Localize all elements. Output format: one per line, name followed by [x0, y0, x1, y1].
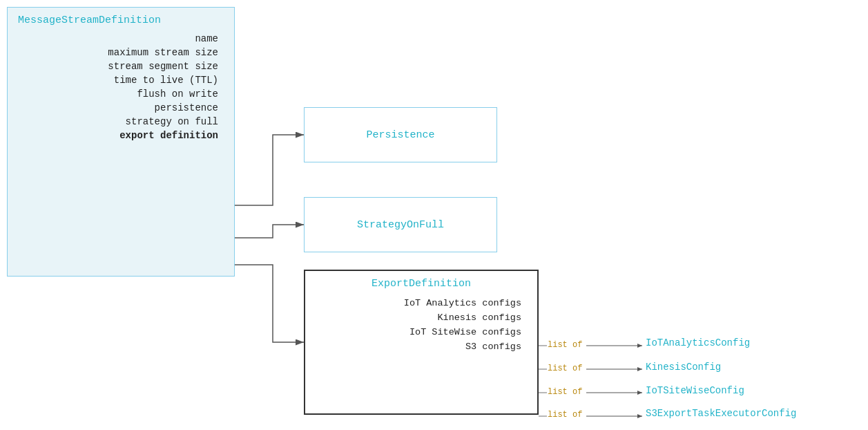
export-definition-box: ExportDefinition IoT Analytics configs K…	[304, 270, 539, 415]
linked-type-iot-sitewise: IoTSiteWiseConfig	[646, 385, 744, 396]
field-stream-segment-size: stream segment size	[108, 61, 218, 72]
field-flush-on-write: flush on write	[137, 88, 218, 100]
field-s3-configs: S3 configs	[465, 342, 521, 352]
linked-type-s3-export: S3ExportTaskExecutorConfig	[646, 408, 796, 419]
list-of-iot-sitewise: list of	[548, 387, 582, 397]
linked-type-iot-analytics: IoTAnalyticsConfig	[646, 337, 750, 348]
field-iot-analytics-configs: IoT Analytics configs	[404, 298, 521, 308]
field-name: name	[195, 33, 218, 44]
persistence-box-title: Persistence	[366, 129, 434, 141]
field-kinesis-configs: Kinesis configs	[437, 312, 521, 323]
field-strategy-on-full: strategy on full	[126, 116, 218, 127]
field-iot-sitewise-configs: IoT SiteWise configs	[409, 327, 521, 337]
export-box-fields: IoT Analytics configs Kinesis configs Io…	[316, 298, 527, 352]
message-stream-definition-box: MessageStreamDefinition name maximum str…	[7, 7, 235, 277]
main-box-fields: name maximum stream size stream segment …	[18, 33, 224, 141]
field-export-definition: export definition	[119, 130, 218, 141]
field-persistence: persistence	[155, 102, 218, 113]
main-box-title: MessageStreamDefinition	[18, 15, 224, 26]
list-of-s3: list of	[548, 410, 582, 420]
field-max-stream-size: maximum stream size	[108, 47, 218, 58]
field-ttl: time to live (TTL)	[114, 75, 218, 86]
linked-type-kinesis: KinesisConfig	[646, 362, 721, 373]
persistence-box: Persistence	[304, 107, 497, 162]
list-of-iot-analytics: list of	[548, 340, 582, 350]
list-of-kinesis: list of	[548, 364, 582, 373]
diagram-container: MessageStreamDefinition name maximum str…	[0, 0, 868, 430]
strategy-box-title: StrategyOnFull	[357, 219, 444, 231]
strategy-on-full-box: StrategyOnFull	[304, 197, 497, 252]
export-box-title: ExportDefinition	[316, 278, 527, 290]
